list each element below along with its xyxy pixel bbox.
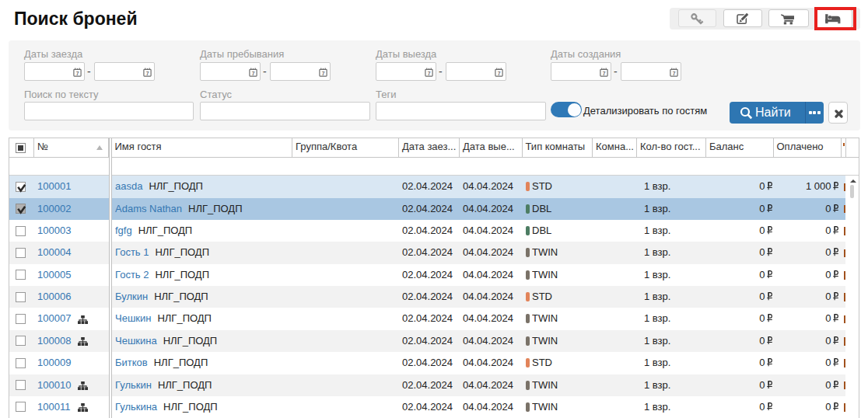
svg-text:7: 7 bbox=[498, 70, 501, 75]
svg-text:7: 7 bbox=[252, 70, 255, 75]
svg-text:7: 7 bbox=[146, 70, 149, 75]
svg-text:7: 7 bbox=[428, 70, 431, 75]
svg-text:7: 7 bbox=[322, 70, 325, 75]
svg-text:7: 7 bbox=[603, 70, 606, 75]
svg-text:7: 7 bbox=[76, 70, 79, 75]
svg-text:7: 7 bbox=[673, 70, 676, 75]
